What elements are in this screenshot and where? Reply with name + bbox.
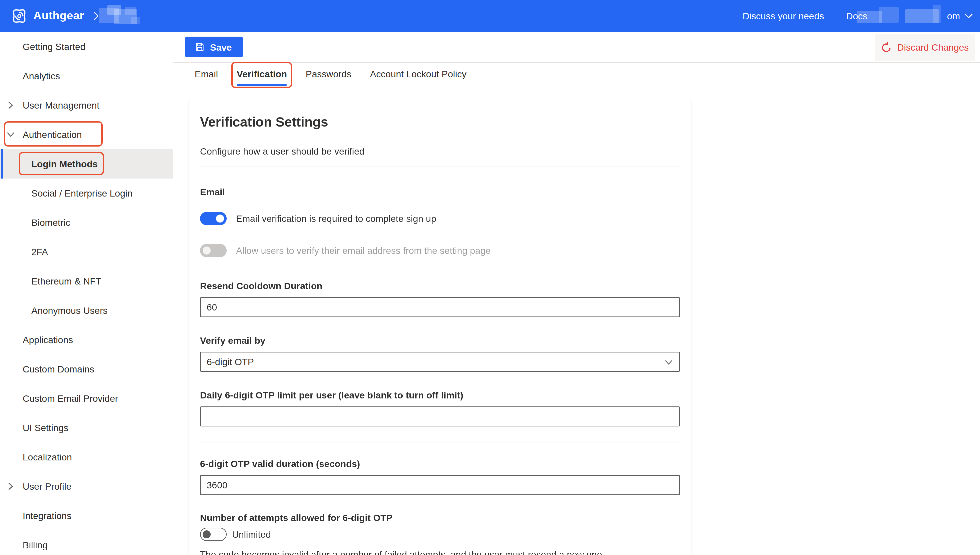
settings-tab-bar: Email Verification Passwords Account Loc… xyxy=(174,63,980,87)
account-email-suffix: om xyxy=(947,11,960,21)
resend-cooldown-label: Resend Cooldown Duration xyxy=(200,279,680,292)
sidebar-item-analytics[interactable]: Analytics xyxy=(0,61,173,91)
otp-attempts-description: The code becomes invalid after a number … xyxy=(200,548,680,555)
verify-email-by-label: Verify email by xyxy=(200,334,680,347)
save-button[interactable]: Save xyxy=(185,37,243,57)
toggle-knob xyxy=(202,247,210,255)
sidebar-item-anonymous-users[interactable]: Anonymous Users xyxy=(0,296,173,325)
toggle-knob xyxy=(202,530,210,538)
sidebar-item-billing[interactable]: Billing xyxy=(0,530,173,555)
chevron-right-icon xyxy=(6,472,14,501)
email-section-label: Email xyxy=(200,185,680,199)
resend-cooldown-field: Resend Cooldown Duration xyxy=(200,279,680,317)
account-menu[interactable]: om xyxy=(872,0,977,32)
chevron-down-icon xyxy=(664,358,673,367)
otp-valid-duration-field: 6-digit OTP valid duration (seconds) xyxy=(200,457,680,495)
discuss-your-needs-link[interactable]: Discuss your needs xyxy=(743,11,824,21)
tab-account-lockout-policy[interactable]: Account Lockout Policy xyxy=(361,63,476,87)
verify-from-setting-page-toggle-row: Allow users to verify their email addres… xyxy=(200,244,680,257)
sidebar-item-login-methods[interactable]: Login Methods xyxy=(0,149,173,178)
otp-attempts-field: Number of attempts allowed for 6-digit O… xyxy=(200,511,680,555)
page-title: Verification Settings xyxy=(200,113,680,131)
discard-label: Discard Changes xyxy=(897,42,969,53)
chevron-right-icon xyxy=(6,91,14,120)
top-header: Authgear Discuss your needs Docs xyxy=(0,0,980,32)
divider xyxy=(200,167,680,167)
command-bar: Save Discard Changes xyxy=(174,32,980,63)
sidebar-item-custom-email-provider[interactable]: Custom Email Provider xyxy=(0,384,173,413)
discard-changes-button[interactable]: Discard Changes xyxy=(875,34,975,61)
sidebar-item-authentication[interactable]: Authentication xyxy=(0,120,173,149)
selected-indicator xyxy=(1,149,3,178)
sidebar-item-user-profile[interactable]: User Profile xyxy=(0,472,173,501)
chevron-down-icon xyxy=(6,120,14,149)
daily-otp-limit-input[interactable] xyxy=(200,406,680,427)
chevron-down-icon xyxy=(964,11,974,21)
verify-from-setting-page-toggle xyxy=(200,244,227,257)
tab-email[interactable]: Email xyxy=(185,63,227,87)
verify-email-by-dropdown[interactable]: 6-digit OTP xyxy=(200,352,680,372)
verify-from-setting-page-toggle-label: Allow users to verify their email addres… xyxy=(236,244,491,257)
tab-passwords[interactable]: Passwords xyxy=(296,63,361,87)
save-icon xyxy=(195,42,205,52)
sidebar-item-ui-settings[interactable]: UI Settings xyxy=(0,413,173,443)
authgear-logo-icon xyxy=(11,8,27,24)
active-tab-underline xyxy=(237,84,287,86)
email-required-toggle[interactable] xyxy=(200,212,227,225)
resend-cooldown-input[interactable] xyxy=(200,297,680,317)
page-subtitle: Configure how a user should be verified xyxy=(200,144,680,158)
daily-otp-limit-label: Daily 6-digit OTP limit per user (leave … xyxy=(200,388,680,402)
brand[interactable]: Authgear xyxy=(11,8,84,24)
verification-settings-card: Verification Settings Configure how a us… xyxy=(190,99,691,555)
toggle-knob xyxy=(216,215,224,223)
verify-email-by-field: Verify email by 6-digit OTP xyxy=(200,334,680,372)
sidebar-item-applications[interactable]: Applications xyxy=(0,325,173,354)
discard-refresh-icon xyxy=(881,42,892,53)
sidebar-item-ethereum-nft[interactable]: Ethereum & NFT xyxy=(0,266,173,296)
unlimited-toggle-row: Unlimited xyxy=(200,528,680,541)
verify-email-by-value: 6-digit OTP xyxy=(207,356,254,367)
unlimited-toggle[interactable] xyxy=(200,528,227,541)
sidebar-item-localization[interactable]: Localization xyxy=(0,443,173,472)
daily-otp-limit-field: Daily 6-digit OTP limit per user (leave … xyxy=(200,388,680,427)
sidebar-item-social-enterprise-login[interactable]: Social / Enterprise Login xyxy=(0,178,173,208)
sidebar-item-integrations[interactable]: Integrations xyxy=(0,501,173,530)
email-required-toggle-label: Email verification is required to comple… xyxy=(236,212,436,225)
otp-valid-duration-label: 6-digit OTP valid duration (seconds) xyxy=(200,457,680,470)
unlimited-toggle-label: Unlimited xyxy=(232,528,271,541)
brand-name: Authgear xyxy=(33,9,84,22)
divider xyxy=(200,442,680,443)
sidebar-item-2fa[interactable]: 2FA xyxy=(0,237,173,266)
otp-valid-duration-input[interactable] xyxy=(200,475,680,495)
sidebar-item-getting-started[interactable]: Getting Started xyxy=(0,32,173,61)
sidebar-item-biometric[interactable]: Biometric xyxy=(0,208,173,237)
sidebar-item-custom-domains[interactable]: Custom Domains xyxy=(0,354,173,384)
otp-attempts-label: Number of attempts allowed for 6-digit O… xyxy=(200,511,680,525)
sidebar-nav: Getting Started Analytics User Managemen… xyxy=(0,32,174,555)
sidebar-item-user-management[interactable]: User Management xyxy=(0,91,173,120)
authgear-portal: Authgear Discuss your needs Docs xyxy=(0,0,980,555)
save-label: Save xyxy=(210,42,232,52)
tab-verification[interactable]: Verification xyxy=(227,63,296,87)
email-required-toggle-row: Email verification is required to comple… xyxy=(200,212,680,225)
